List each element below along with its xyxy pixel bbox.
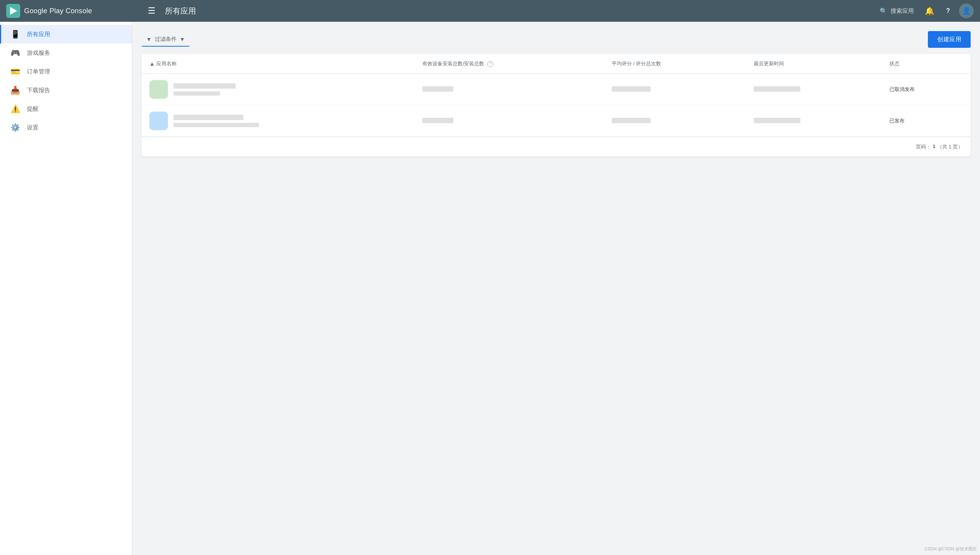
app-name-cell xyxy=(142,105,415,137)
status-badge-1: 已取消发布 xyxy=(889,86,915,92)
google-play-logo-icon xyxy=(6,4,20,18)
alerts-icon: ⚠️ xyxy=(10,104,20,113)
avatar-button[interactable]: 👤 xyxy=(959,3,974,18)
installs-cell-1 xyxy=(415,74,604,105)
reports-icon: 📥 xyxy=(10,86,20,95)
pagination: 页码： 1 （共 1 页） xyxy=(142,137,971,157)
hamburger-button[interactable]: ☰ xyxy=(145,3,159,19)
app-package-redacted-2 xyxy=(173,123,259,127)
search-area[interactable]: 🔍 搜索应用 xyxy=(875,5,919,17)
all-apps-icon: 📱 xyxy=(10,30,20,39)
app-layout: 📱 所有应用 🎮 游戏服务 💳 订单管理 📥 下载报告 ⚠️ 提醒 ⚙️ 设置 xyxy=(0,22,980,555)
top-header: Google Play Console ☰ 所有应用 🔍 搜索应用 🔔 ? 👤 xyxy=(0,0,980,22)
updated-cell-1 xyxy=(746,74,882,105)
sidebar-label-alerts: 提醒 xyxy=(27,105,38,113)
sort-asc-icon: ▲ xyxy=(149,61,155,67)
sidebar-item-alerts[interactable]: ⚠️ 提醒 xyxy=(0,99,132,118)
search-text: 搜索应用 xyxy=(891,7,914,15)
table-row[interactable]: 已发布 xyxy=(142,105,971,137)
updated-redacted-2 xyxy=(754,118,800,123)
installs-info-icon[interactable]: ? xyxy=(487,61,494,67)
sidebar-item-order-mgmt[interactable]: 💳 订单管理 xyxy=(0,62,132,81)
app-info-2 xyxy=(173,115,259,127)
updated-redacted-1 xyxy=(754,86,800,92)
app-name-cell xyxy=(142,74,415,105)
sidebar-item-reports[interactable]: 📥 下载报告 xyxy=(0,81,132,99)
watermark: CSDN @CSDN @技术图区 xyxy=(924,546,977,552)
sidebar-item-game-services[interactable]: 🎮 游戏服务 xyxy=(0,44,132,62)
status-badge-2: 已发布 xyxy=(889,118,905,124)
col-last-updated-label: 最后更新时间 xyxy=(754,61,784,66)
notification-button[interactable]: 🔔 xyxy=(922,3,937,19)
sidebar-item-settings[interactable]: ⚙️ 设置 xyxy=(0,118,132,137)
avatar-icon: 👤 xyxy=(962,7,971,15)
order-mgmt-icon: 💳 xyxy=(10,67,20,76)
settings-icon: ⚙️ xyxy=(10,123,20,132)
filter-button[interactable]: ▼ 过滤条件 ▼ xyxy=(142,33,190,47)
status-cell-1: 已取消发布 xyxy=(882,74,971,105)
rating-redacted-1 xyxy=(612,86,651,92)
sidebar-label-game-services: 游戏服务 xyxy=(27,49,50,57)
notification-icon: 🔔 xyxy=(925,6,934,16)
app-icon-1 xyxy=(149,80,168,99)
col-status-label: 状态 xyxy=(889,61,900,66)
installs-cell-2 xyxy=(415,105,604,137)
app-info-1 xyxy=(173,83,236,96)
page-title: 所有应用 xyxy=(165,6,196,16)
header-title-area: ☰ 所有应用 xyxy=(145,3,196,19)
table-row[interactable]: 已取消发布 xyxy=(142,74,971,105)
search-icon: 🔍 xyxy=(880,7,887,15)
app-icon-2 xyxy=(149,112,168,130)
rating-redacted-2 xyxy=(612,118,651,123)
sidebar-label-reports: 下载报告 xyxy=(27,87,50,94)
status-cell-2: 已发布 xyxy=(882,105,971,137)
col-app-name-label: 应用名称 xyxy=(156,60,177,67)
rating-cell-1 xyxy=(604,74,746,105)
pagination-current: 1 xyxy=(933,143,935,150)
filter-chevron-icon: ▼ xyxy=(180,36,185,42)
updated-cell-2 xyxy=(746,105,882,137)
col-app-name[interactable]: ▲ 应用名称 xyxy=(142,54,415,74)
col-installs: 有效设备安装总数/安装总数 ? xyxy=(415,54,604,74)
game-services-icon: 🎮 xyxy=(10,48,20,58)
filter-label: 过滤条件 xyxy=(155,36,177,43)
filter-bar: ▼ 过滤条件 ▼ 创建应用 xyxy=(142,31,971,48)
table-header: ▲ 应用名称 有效设备安装总数/安装总数 ? 平均评分 / 评分总次数 xyxy=(142,54,971,74)
create-app-button[interactable]: 创建应用 xyxy=(928,31,971,48)
help-button[interactable]: ? xyxy=(940,3,956,19)
col-rating: 平均评分 / 评分总次数 xyxy=(604,54,746,74)
installs-redacted-2 xyxy=(422,118,453,123)
sidebar-item-all-apps[interactable]: 📱 所有应用 xyxy=(0,25,132,44)
filter-icon: ▼ xyxy=(146,36,152,42)
apps-table: ▲ 应用名称 有效设备安装总数/安装总数 ? 平均评分 / 评分总次数 xyxy=(142,54,971,137)
installs-redacted-1 xyxy=(422,86,453,92)
sidebar-label-order-mgmt: 订单管理 xyxy=(27,68,50,75)
header-main: ☰ 所有应用 🔍 搜索应用 🔔 ? 👤 xyxy=(138,3,974,19)
rating-cell-2 xyxy=(604,105,746,137)
main-content: ▼ 过滤条件 ▼ 创建应用 ▲ 应用名称 xyxy=(132,22,980,555)
header-actions: 🔍 搜索应用 🔔 ? 👤 xyxy=(875,3,974,19)
app-package-redacted-1 xyxy=(173,91,220,96)
apps-table-container: ▲ 应用名称 有效设备安装总数/安装总数 ? 平均评分 / 评分总次数 xyxy=(142,54,971,157)
logo-area: Google Play Console xyxy=(6,4,138,18)
app-name-redacted-1 xyxy=(173,83,236,89)
app-name-redacted-2 xyxy=(173,115,243,120)
logo-text: Google Play Console xyxy=(24,7,92,15)
help-icon: ? xyxy=(946,7,950,14)
table-body: 已取消发布 xyxy=(142,74,971,137)
col-status: 状态 xyxy=(882,54,971,74)
sidebar: 📱 所有应用 🎮 游戏服务 💳 订单管理 📥 下载报告 ⚠️ 提醒 ⚙️ 设置 xyxy=(0,22,132,555)
pagination-label: 页码： xyxy=(916,143,931,150)
sidebar-label-settings: 设置 xyxy=(27,124,38,131)
col-rating-label: 平均评分 / 评分总次数 xyxy=(612,61,662,66)
pagination-total: （共 1 页） xyxy=(937,143,963,150)
sidebar-label-all-apps: 所有应用 xyxy=(27,31,50,38)
col-installs-label: 有效设备安装总数/安装总数 xyxy=(422,61,485,66)
col-last-updated: 最后更新时间 xyxy=(746,54,882,74)
